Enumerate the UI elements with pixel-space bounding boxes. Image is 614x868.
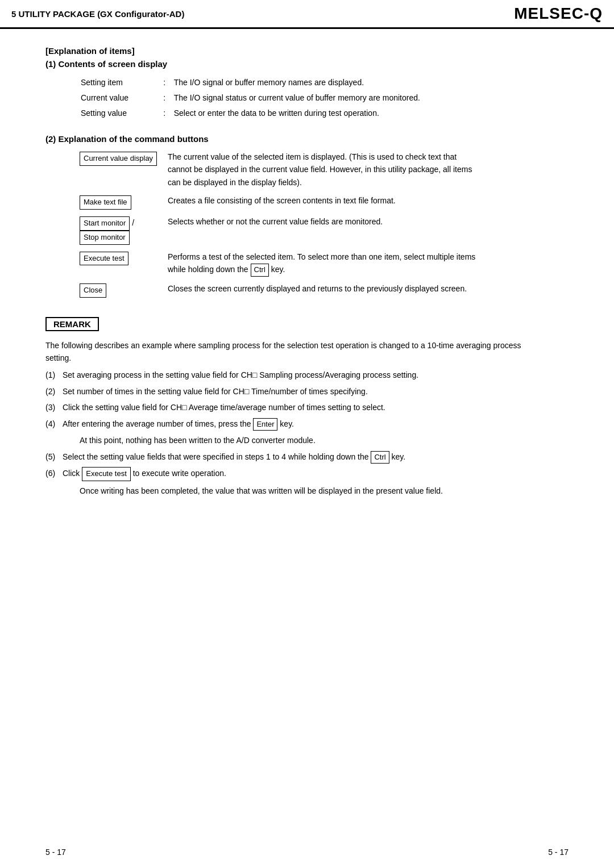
step-text: After entering the average number of tim…	[63, 418, 534, 431]
list-item: (2)Set number of times in the setting va…	[45, 385, 534, 398]
cmd-button-cell: Make text file	[80, 194, 168, 215]
list-item: (3)Click the setting value field for CH□…	[45, 401, 534, 414]
list-item: Once writing has been completed, the val…	[45, 485, 534, 497]
step-num	[45, 434, 63, 446]
main-content: [Explanation of items] (1) Contents of s…	[0, 29, 614, 524]
cmd-desc-cell: Selects whether or not the current value…	[168, 215, 478, 251]
ctrl-key: Ctrl	[371, 451, 389, 464]
remark-label: REMARK	[45, 317, 99, 331]
step-text: Once writing has been completed, the val…	[80, 485, 534, 497]
item-sep: :	[159, 92, 173, 106]
list-item: (6)Click Execute test to execute write o…	[45, 467, 534, 481]
cmd-desc-cell: The current value of the selected item i…	[168, 151, 478, 194]
command-section: (2) Explanation of the command buttons C…	[45, 134, 580, 303]
cmd-button-cell: Close	[80, 282, 168, 303]
item-desc: Select or enter the data to be written d…	[174, 107, 476, 122]
step-text: Click the setting value field for CH□ Av…	[63, 401, 534, 414]
step-text: At this point, nothing has been written …	[80, 434, 534, 446]
command-table: Current value display The current value …	[80, 151, 478, 303]
stop-monitor-button[interactable]: Stop monitor	[80, 231, 130, 245]
item-desc: The I/O signal or buffer memory names ar…	[174, 77, 476, 91]
step-num: (6)	[45, 467, 63, 481]
cmd-button-cell: Current value display	[80, 151, 168, 194]
table-row: Current value : The I/O signal status or…	[81, 92, 476, 106]
remark-intro: The following describes an example where…	[45, 339, 534, 365]
ctrl-key: Ctrl	[251, 264, 269, 277]
contents-title: (1) Contents of screen display	[45, 59, 580, 69]
footer-left: 5 - 17	[45, 848, 66, 857]
item-sep: :	[159, 77, 173, 91]
step-num: (1)	[45, 369, 63, 381]
cmd-table-row: Current value display The current value …	[80, 151, 478, 194]
page-header: 5 UTILITY PACKAGE (GX Configurator-AD) M…	[0, 0, 614, 29]
step-text: Set averaging process in the setting val…	[63, 369, 534, 381]
current-value-display-button[interactable]: Current value display	[80, 152, 157, 166]
step-text: Set number of times in the setting value…	[63, 385, 534, 398]
item-desc: The I/O signal status or current value o…	[174, 92, 476, 106]
enter-key: Enter	[253, 418, 277, 431]
explanation-title: [Explanation of items]	[45, 46, 580, 56]
make-text-file-button[interactable]: Make text file	[80, 195, 131, 210]
contents-table: Setting item : The I/O signal or buffer …	[80, 76, 478, 123]
footer-right: 5 - 17	[548, 848, 569, 857]
step-num: (4)	[45, 418, 63, 431]
close-button[interactable]: Close	[80, 283, 106, 298]
brand-title: MELSEC-Q	[514, 5, 603, 23]
cmd-table-row: Make text file Creates a file consisting…	[80, 194, 478, 215]
page-footer: 5 - 17 5 - 17	[0, 848, 614, 857]
table-row: Setting value : Select or enter the data…	[81, 107, 476, 122]
list-item: (4)After entering the average number of …	[45, 418, 534, 431]
start-monitor-button[interactable]: Start monitor	[80, 216, 130, 231]
cmd-button-cell: Execute test	[80, 251, 168, 282]
command-title: (2) Explanation of the command buttons	[45, 134, 580, 144]
cmd-desc-cell: Creates a file consisting of the screen …	[168, 194, 478, 215]
list-item: At this point, nothing has been written …	[45, 434, 534, 446]
remark-list: (1)Set averaging process in the setting …	[45, 369, 534, 497]
item-label: Setting item	[81, 77, 157, 91]
chapter-title: 5 UTILITY PACKAGE (GX Configurator-AD)	[11, 9, 514, 19]
cmd-table-row: Start monitor /Stop monitor Selects whet…	[80, 215, 478, 251]
item-label: Setting value	[81, 107, 157, 122]
step-text: Select the setting value fields that wer…	[63, 450, 534, 464]
list-item: (5)Select the setting value fields that …	[45, 450, 534, 464]
cmd-button-cell: Start monitor /Stop monitor	[80, 215, 168, 251]
step-num: (3)	[45, 401, 63, 414]
cmd-desc-cell: Closes the screen currently displayed an…	[168, 282, 478, 303]
table-row: Setting item : The I/O signal or buffer …	[81, 77, 476, 91]
remark-content: The following describes an example where…	[45, 339, 534, 498]
cmd-desc-cell: Performs a test of the selected item. To…	[168, 251, 478, 282]
list-item: (1)Set averaging process in the setting …	[45, 369, 534, 381]
cmd-table-row: Close Closes the screen currently displa…	[80, 282, 478, 303]
step-num	[45, 485, 63, 497]
execute-test-button[interactable]: Execute test	[80, 252, 128, 266]
execute-test-ref[interactable]: Execute test	[82, 467, 131, 481]
cmd-table-row: Execute test Performs a test of the sele…	[80, 251, 478, 282]
step-text: Click Execute test to execute write oper…	[63, 467, 534, 481]
item-sep: :	[159, 107, 173, 122]
step-num: (5)	[45, 450, 63, 464]
item-label: Current value	[81, 92, 157, 106]
step-num: (2)	[45, 385, 63, 398]
